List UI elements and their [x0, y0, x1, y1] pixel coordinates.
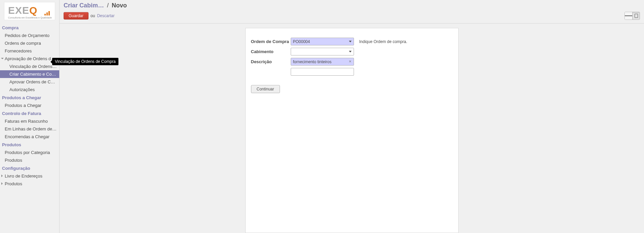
brand-tagline: Consultoria em Excelência e Qualidade	[8, 16, 52, 19]
main: Criar Cabim… / Novo Guardar ou Descartar	[59, 0, 644, 233]
view-switch	[624, 12, 640, 20]
nav-section-produtos[interactable]: Produtos	[0, 141, 59, 149]
nav-fornecedores[interactable]: Fornecedores	[0, 47, 59, 55]
label-ordem-compra: Ordem de Compra	[251, 39, 291, 44]
nav-ordens-compra[interactable]: Ordens de compra	[0, 39, 59, 47]
continue-button[interactable]: Continuar	[251, 85, 280, 93]
sidebar: EXEQ Consultoria em Excelência e Qualida…	[0, 0, 59, 233]
nav-livro-enderecos[interactable]: Livro de Endereços	[0, 172, 59, 180]
sidebar-tooltip: Vinculação de Ordens de Compra	[52, 58, 118, 65]
nav-section-produtos-chegar[interactable]: Produtos a Chegar	[0, 93, 59, 102]
nav-config-produtos[interactable]: Produtos	[0, 180, 59, 188]
nav-section-compra[interactable]: Compra	[0, 24, 59, 32]
nav-produtos-chegar[interactable]: Produtos a Chegar	[0, 102, 59, 109]
nav-encomendas-chegar[interactable]: Encomendas a Chegar	[0, 133, 59, 141]
view-list-button[interactable]	[625, 12, 632, 20]
ordem-compra-select[interactable]: PO00004	[291, 38, 354, 45]
descricao-input[interactable]	[291, 58, 354, 66]
brand-logo-bars-icon	[44, 11, 50, 15]
nav-section-configuracao[interactable]: Configuração	[0, 164, 59, 172]
header-or-text: ou	[91, 13, 95, 18]
extra-input[interactable]	[291, 68, 354, 76]
brand-logo: EXEQ Consultoria em Excelência e Qualida…	[4, 2, 55, 20]
nav-aprovar-ordens[interactable]: Aprovar Ordens de Compra	[0, 78, 59, 86]
nav-faturas-rascunho[interactable]: Faturas em Rascunho	[0, 117, 59, 125]
nav-autorizacoes[interactable]: Autorizações	[0, 86, 59, 93]
view-form-button[interactable]	[632, 12, 640, 20]
save-button[interactable]: Guardar	[64, 12, 88, 20]
nav-vinculacao-ordens[interactable]: Vinculação de Ordens de…	[0, 63, 59, 70]
discard-link[interactable]: Descartar	[97, 13, 114, 18]
nav-produtos[interactable]: Produtos	[0, 156, 59, 164]
main-header: Criar Cabim… / Novo Guardar ou Descartar	[60, 0, 644, 24]
label-descricao: Descrição	[251, 59, 291, 64]
ordem-compra-hint: Indique Ordem de compra.	[359, 39, 407, 44]
breadcrumb-current: Novo	[112, 2, 127, 9]
brand-logo-text: EXEQ	[8, 5, 37, 16]
cabimento-select[interactable]	[291, 48, 354, 55]
nav-criar-cabimento[interactable]: Criar Cabimento e Compr…	[0, 70, 59, 78]
nav-pedidos-orcamento[interactable]: Pedidos de Orçamento	[0, 32, 59, 39]
breadcrumb: Criar Cabim… / Novo	[64, 2, 640, 9]
form-canvas: Ordem de Compra PO00004 Indique Ordem de…	[60, 24, 644, 233]
list-icon	[625, 15, 627, 16]
breadcrumb-separator: /	[107, 2, 109, 9]
label-cabimento: Cabimento	[251, 49, 291, 54]
breadcrumb-link[interactable]: Criar Cabim…	[64, 2, 104, 9]
ordem-compra-value: PO00004	[293, 39, 310, 44]
descricao-clear-icon[interactable]: ×	[348, 59, 353, 64]
form-icon	[635, 14, 638, 18]
nav-section-controlo-fatura[interactable]: Controlo de Fatura	[0, 109, 59, 117]
nav-produtos-categoria[interactable]: Produtos por Categoria	[0, 149, 59, 156]
form-sheet: Ordem de Compra PO00004 Indique Ordem de…	[245, 28, 459, 233]
nav-linhas-ordem[interactable]: Em Linhas de Ordem de Co…	[0, 125, 59, 133]
